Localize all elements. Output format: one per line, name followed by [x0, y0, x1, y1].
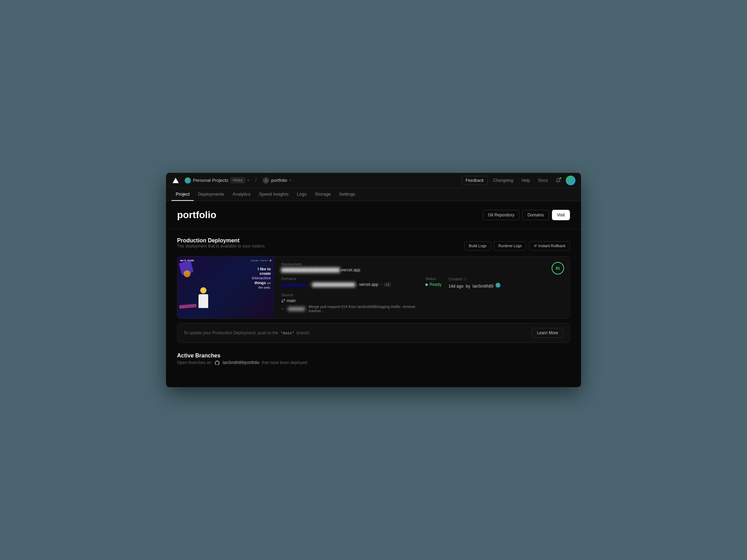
source-branch: main	[281, 298, 418, 303]
workspace-button[interactable]: Personal Projects Hobby ▾	[183, 176, 251, 185]
domains-section: Domains ianjsmith.com ↗ ████████████████…	[281, 277, 418, 289]
project-button[interactable]: ◎ portfolio ▾	[261, 176, 293, 185]
deployment-url-link[interactable]: ████████████████████.vercel.app	[281, 268, 360, 272]
project-actions: Git Repository Domains Visit	[483, 210, 570, 220]
preview-person	[195, 287, 212, 318]
tab-logs[interactable]: Logs	[293, 188, 311, 201]
section-header: Production Deployment The deployment tha…	[177, 237, 570, 254]
domain-primary-link[interactable]: ianjsmith.com	[281, 282, 306, 287]
repo-name: IanSmith89/portfolio	[222, 360, 259, 365]
production-section: Production Deployment The deployment tha…	[177, 237, 570, 343]
section-divider	[166, 229, 581, 229]
app-window: Personal Projects Hobby ▾ / ◎ portfolio …	[166, 173, 581, 387]
rollback-icon: ↺	[534, 244, 537, 248]
preview-big-text: I like tocreateinteractivethings onthe w…	[252, 267, 271, 290]
breadcrumb-separator: /	[255, 177, 257, 184]
project-icon: ◎	[263, 177, 269, 184]
created-section: Created ⓘ 14d ago by IanSmith89	[449, 277, 501, 289]
deployment-url-section: Deployment ████████████████████.vercel.a…	[281, 262, 418, 272]
tab-project[interactable]: Project	[172, 188, 194, 201]
tab-deployments[interactable]: Deployments	[194, 188, 228, 201]
creator-avatar	[496, 283, 500, 288]
changelog-button[interactable]: Changelog	[490, 176, 516, 185]
created-value: 14d ago by IanSmith89	[449, 283, 501, 289]
url-blurred: ████████████████████	[281, 268, 340, 272]
preview-text-block: I like tocreateinteractivethings onthe w…	[252, 267, 271, 290]
notifications-button[interactable]	[553, 176, 563, 185]
deployment-card: Ian S. Smith RESUME CONTACT 💡	[177, 256, 570, 319]
build-logs-button[interactable]: Build Logs	[464, 241, 491, 251]
workspace-icon	[185, 177, 191, 184]
created-label: Created ⓘ	[449, 277, 501, 281]
topbar-left: Personal Projects Hobby ▾ / ◎ portfolio …	[172, 176, 459, 185]
deco-shape-3	[179, 304, 197, 309]
score-area	[425, 262, 563, 272]
branches-subtitle: Open branches on IanSmith89/portfolio th…	[177, 360, 570, 365]
branches-title: Active Branches	[177, 353, 570, 359]
deploy-info-grid: Deployment ████████████████████.vercel.a…	[281, 262, 563, 313]
status-dot	[425, 283, 428, 286]
commit-line: ████████ Merge pull request #14 from Ian…	[281, 305, 418, 313]
person-body	[199, 294, 208, 308]
tab-speed-insights[interactable]: Speed Insights	[255, 188, 293, 201]
deployment-url: ████████████████████.vercel.app	[281, 268, 418, 272]
vercel-logo	[172, 176, 180, 185]
project-chevron-icon: ▾	[289, 178, 291, 182]
branch-icon	[281, 299, 285, 303]
domain-primary: ianjsmith.com ↗ ████████████████ . verce…	[281, 282, 418, 287]
workspace-name: Personal Projects	[193, 178, 228, 183]
help-button[interactable]: Help	[519, 176, 533, 185]
domains-label: Domains	[281, 277, 418, 281]
docs-button[interactable]: Docs	[536, 176, 551, 185]
instant-rollback-label: Instant Rollback	[538, 244, 565, 248]
tab-storage[interactable]: Storage	[311, 188, 335, 201]
source-label: Source	[281, 293, 418, 297]
project-name: portfolio	[271, 178, 287, 183]
status-label: Status	[425, 277, 442, 281]
banner-text: To update your Production Deployment, pu…	[184, 330, 311, 335]
deploy-info: 91 Deployment ████████████████████.verce…	[274, 256, 570, 318]
status-value: Ready	[425, 282, 442, 287]
project-header: portfolio Git Repository Domains Visit	[177, 209, 570, 221]
learn-more-button[interactable]: Learn More	[532, 328, 563, 338]
git-repository-button[interactable]: Git Repository	[483, 210, 519, 220]
preview-nav-links: RESUME CONTACT 💡	[251, 260, 271, 262]
runtime-logs-button[interactable]: Runtime Logs	[494, 241, 526, 251]
tab-settings[interactable]: Settings	[335, 188, 359, 201]
feedback-button[interactable]: Feedback	[462, 176, 488, 185]
github-icon	[215, 361, 220, 365]
avatar[interactable]	[566, 176, 575, 185]
source-section: Source main █████	[281, 293, 418, 313]
domains-button[interactable]: Domains	[522, 210, 549, 220]
page-title: portfolio	[177, 209, 216, 221]
topbar: Personal Projects Hobby ▾ / ◎ portfolio …	[166, 173, 581, 188]
commit-hash: ████████	[286, 306, 306, 311]
domains-value: ianjsmith.com ↗ ████████████████ . verce…	[281, 282, 418, 287]
score-badge: 91	[552, 262, 564, 274]
nav-tabs: Project Deployments Analytics Speed Insi…	[166, 188, 581, 201]
deployment-label: Deployment	[281, 262, 418, 266]
topbar-right: Feedback Changelog Help Docs	[462, 176, 575, 185]
preview-content: Ian S. Smith RESUME CONTACT 💡	[177, 256, 274, 318]
info-icon: ⓘ	[463, 277, 467, 281]
commit-icon	[281, 307, 284, 310]
hobby-badge: Hobby	[230, 177, 245, 183]
person-head	[200, 287, 206, 293]
commit-message: Merge pull request #14 from IanSmith89/s…	[308, 305, 418, 313]
section-actions: Build Logs Runtime Logs ↺ Instant Rollba…	[464, 241, 570, 251]
deploy-preview: Ian S. Smith RESUME CONTACT 💡	[177, 256, 274, 318]
tab-analytics[interactable]: Analytics	[228, 188, 255, 201]
visit-button[interactable]: Visit	[552, 210, 570, 220]
domain-blurred: ████████████████	[312, 282, 355, 287]
status-section: Status Ready	[425, 277, 442, 289]
section-title-area: Production Deployment The deployment tha…	[177, 237, 266, 254]
section-title: Production Deployment	[177, 237, 266, 244]
notification-dot	[559, 177, 562, 179]
svg-point-3	[282, 308, 283, 309]
svg-point-2	[282, 301, 283, 302]
external-link-icon-2: ↗	[380, 283, 382, 286]
preview-nav: Ian S. Smith RESUME CONTACT 💡	[177, 259, 274, 262]
section-subtitle: The deployment that is available to your…	[177, 244, 266, 249]
instant-rollback-button[interactable]: ↺ Instant Rollback	[529, 241, 570, 251]
main-content: portfolio Git Repository Domains Visit P…	[166, 201, 581, 374]
